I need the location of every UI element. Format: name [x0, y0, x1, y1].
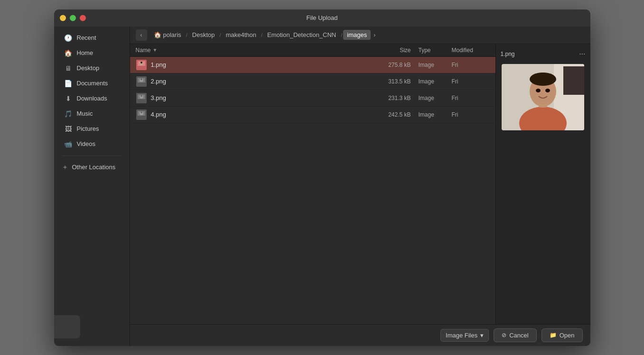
- file-rows: 1.png 275.8 kB Image Fri 2.pn: [130, 57, 495, 123]
- breadcrumb-emotion[interactable]: Emotion_Detection_CNN: [263, 30, 340, 40]
- file-list-header: Name ▼ Size Type Modified: [130, 44, 495, 57]
- file-modified-cell: Fri: [452, 62, 490, 68]
- sidebar-label-documents: Documents: [77, 80, 108, 87]
- svg-point-22: [530, 73, 556, 86]
- sidebar-label-music: Music: [77, 110, 93, 117]
- back-button[interactable]: ‹: [136, 29, 147, 41]
- breadcrumb-sep-1: /: [186, 32, 187, 38]
- music-icon: 🎵: [65, 110, 72, 118]
- desktop-icon: 🖥: [65, 64, 72, 72]
- sort-arrow-icon: ▼: [153, 47, 158, 53]
- svg-rect-18: [563, 66, 584, 95]
- breadcrumb-sep-2: /: [220, 32, 221, 38]
- file-type-cell: Image: [419, 62, 452, 68]
- file-size-cell: 231.3 kB: [376, 95, 419, 101]
- filter-dropdown[interactable]: Image Files ▾: [440, 329, 489, 342]
- file-size-cell: 242.5 kB: [376, 111, 419, 118]
- sidebar-label-recent: Recent: [77, 34, 96, 41]
- file-type-cell: Image: [419, 111, 452, 118]
- file-name-cell: 4.png: [136, 109, 376, 120]
- plus-icon: ＋: [62, 163, 68, 172]
- sidebar-item-desktop[interactable]: 🖥 Desktop: [57, 61, 127, 75]
- breadcrumb-desktop[interactable]: Desktop: [188, 30, 219, 40]
- sidebar: 🕐 Recent 🏠 Home 🖥 Desktop 📄 Documents ⬇ …: [54, 27, 130, 346]
- file-thumbnail: [136, 60, 147, 70]
- sidebar-label-desktop: Desktop: [77, 64, 100, 72]
- notification-title: Deepin Screenshot: [54, 320, 73, 327]
- minimize-button[interactable]: [60, 15, 66, 21]
- downloads-icon: ⬇: [65, 95, 72, 102]
- column-modified[interactable]: Modified: [452, 47, 490, 54]
- sidebar-item-music[interactable]: 🎵 Music: [57, 107, 127, 121]
- title-bar: File Upload: [54, 9, 590, 27]
- main-area: 🕐 Recent 🏠 Home 🖥 Desktop 📄 Documents ⬇ …: [54, 27, 590, 346]
- sidebar-item-other-locations[interactable]: ＋ Other Locations: [54, 160, 130, 175]
- column-type[interactable]: Type: [419, 47, 452, 54]
- file-name-cell: 3.png: [136, 92, 376, 104]
- svg-point-7: [140, 78, 142, 80]
- file-list-container: Name ▼ Size Type Modified: [130, 44, 590, 324]
- sidebar-separator: [62, 155, 122, 156]
- table-row[interactable]: 4.png 242.5 kB Image Fri: [130, 107, 495, 123]
- svg-point-15: [140, 111, 142, 113]
- svg-point-23: [536, 89, 541, 92]
- breadcrumb-sep-4: /: [341, 32, 342, 38]
- file-modified-cell: Fri: [452, 95, 490, 101]
- preview-panel: 1.png ···: [495, 44, 590, 324]
- cancel-icon: ⊘: [502, 332, 506, 338]
- breadcrumb-sep-3: /: [261, 32, 262, 38]
- preview-menu-button[interactable]: ···: [579, 50, 585, 58]
- filter-label: Image Files: [446, 332, 477, 339]
- column-name[interactable]: Name ▼: [136, 47, 376, 54]
- sidebar-item-documents[interactable]: 📄 Documents: [57, 76, 127, 91]
- documents-icon: 📄: [65, 80, 72, 87]
- breadcrumb-polaris-label: polaris: [163, 31, 181, 38]
- table-row[interactable]: 1.png 275.8 kB Image Fri: [130, 57, 495, 73]
- file-icon: [136, 109, 147, 120]
- sidebar-item-pictures[interactable]: 🖼 Pictures: [57, 122, 127, 136]
- sidebar-item-home[interactable]: 🏠 Home: [57, 46, 127, 60]
- file-icon: [136, 76, 147, 87]
- sidebar-item-videos[interactable]: 📹 Videos: [57, 137, 127, 151]
- maximize-button[interactable]: [70, 15, 76, 21]
- file-thumbnail: [136, 109, 147, 120]
- screenshot-notification: Deepin Screenshot Screenshot: [54, 315, 80, 338]
- sidebar-item-downloads[interactable]: ⬇ Downloads: [57, 91, 127, 106]
- cancel-button[interactable]: ⊘ Cancel: [494, 328, 536, 342]
- sidebar-label-home: Home: [77, 49, 93, 56]
- svg-point-3: [140, 62, 142, 64]
- file-type-cell: Image: [419, 78, 452, 85]
- dialog-title: File Upload: [307, 14, 338, 21]
- file-upload-dialog: File Upload 🕐 Recent 🏠 Home 🖥 Desktop 📄 …: [54, 9, 590, 346]
- file-name-cell: 1.png: [136, 59, 376, 71]
- close-button[interactable]: [80, 15, 86, 21]
- videos-icon: 📹: [65, 140, 72, 148]
- file-name-cell: 2.png: [136, 76, 376, 87]
- file-modified-cell: Fri: [452, 78, 490, 85]
- next-button[interactable]: ›: [371, 30, 378, 40]
- bottom-bar: Image Files ▾ ⊘ Cancel 📁 Open: [130, 324, 590, 346]
- table-row[interactable]: 3.png 231.3 kB Image Fri: [130, 90, 495, 107]
- traffic-lights: [60, 15, 86, 21]
- breadcrumb-desktop-label: Desktop: [192, 31, 215, 38]
- open-button[interactable]: 📁 Open: [541, 328, 583, 342]
- recent-icon: 🕐: [65, 34, 72, 42]
- file-modified-cell: Fri: [452, 111, 490, 118]
- preview-filename: 1.png: [501, 51, 515, 57]
- table-row[interactable]: 2.png 313.5 kB Image Fri: [130, 73, 495, 90]
- breadcrumb-bar: ‹ 🏠 polaris / Desktop / make4thon / Emot…: [130, 27, 590, 44]
- file-size-cell: 275.8 kB: [376, 62, 419, 68]
- breadcrumb-make4thon[interactable]: make4thon: [222, 30, 260, 40]
- breadcrumb-polaris[interactable]: 🏠 polaris: [150, 30, 185, 40]
- column-size[interactable]: Size: [376, 47, 419, 54]
- breadcrumb-images[interactable]: images: [343, 30, 371, 40]
- svg-point-24: [545, 89, 550, 92]
- preview-image: [502, 64, 584, 130]
- home-breadcrumb-icon: 🏠: [154, 31, 161, 38]
- sidebar-label-other-locations: Other Locations: [72, 164, 116, 171]
- sidebar-label-downloads: Downloads: [77, 95, 107, 102]
- home-icon: 🏠: [65, 49, 72, 57]
- notification-subtitle: Screenshot: [54, 327, 73, 334]
- sidebar-item-recent[interactable]: 🕐 Recent: [57, 31, 127, 45]
- preview-header: 1.png ···: [500, 48, 587, 60]
